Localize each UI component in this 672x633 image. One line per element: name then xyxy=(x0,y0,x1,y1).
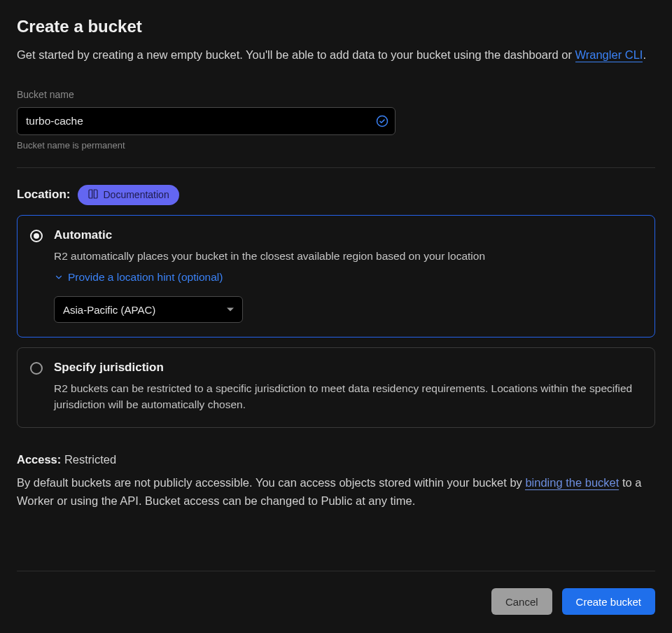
footer: Cancel Create bucket xyxy=(17,571,655,615)
location-hint-toggle[interactable]: Provide a location hint (optional) xyxy=(54,271,223,284)
wrangler-cli-link[interactable]: Wrangler CLI xyxy=(575,48,643,62)
location-hint-toggle-label: Provide a location hint (optional) xyxy=(68,271,223,284)
option-jurisdiction-title: Specify jurisdiction xyxy=(54,361,642,375)
footer-divider xyxy=(17,571,655,571)
location-hint-select[interactable]: Asia-Pacific (APAC) xyxy=(54,296,243,323)
radio-automatic[interactable] xyxy=(30,230,43,242)
documentation-pill-label: Documentation xyxy=(104,189,169,200)
intro-suffix: . xyxy=(643,48,646,61)
option-automatic[interactable]: Automatic R2 automatically places your b… xyxy=(17,215,655,338)
intro-text: Get started by creating a new empty buck… xyxy=(17,46,655,64)
cancel-button[interactable]: Cancel xyxy=(491,588,552,615)
page-title: Create a bucket xyxy=(17,17,655,36)
bucket-name-hint: Bucket name is permanent xyxy=(17,140,655,151)
documentation-pill[interactable]: Documentation xyxy=(78,185,179,205)
chevron-down-icon xyxy=(54,272,64,282)
access-heading: Access: Restricted xyxy=(17,453,655,466)
book-icon xyxy=(88,188,99,202)
radio-jurisdiction[interactable] xyxy=(30,362,43,375)
intro-prefix: Get started by creating a new empty buck… xyxy=(17,48,575,61)
location-section-label: Location: xyxy=(17,188,71,202)
bucket-name-label: Bucket name xyxy=(17,89,655,100)
valid-check-icon xyxy=(376,115,388,127)
option-automatic-desc: R2 automatically places your bucket in t… xyxy=(54,248,642,264)
access-text: By default buckets are not publicly acce… xyxy=(17,473,655,510)
binding-bucket-link[interactable]: binding the bucket xyxy=(525,476,619,490)
location-hint-selected-value: Asia-Pacific (APAC) xyxy=(63,304,155,316)
create-bucket-button[interactable]: Create bucket xyxy=(562,588,655,615)
option-jurisdiction-desc: R2 buckets can be restricted to a specif… xyxy=(54,380,642,413)
option-jurisdiction[interactable]: Specify jurisdiction R2 buckets can be r… xyxy=(17,347,655,428)
access-text-prefix: By default buckets are not publicly acce… xyxy=(17,476,525,489)
access-heading-value: Restricted xyxy=(64,453,116,466)
bucket-name-input[interactable] xyxy=(17,107,396,135)
svg-point-0 xyxy=(377,116,388,126)
option-automatic-title: Automatic xyxy=(54,228,642,242)
access-heading-label: Access: xyxy=(17,453,61,466)
caret-down-icon xyxy=(227,308,234,312)
divider xyxy=(17,167,655,168)
